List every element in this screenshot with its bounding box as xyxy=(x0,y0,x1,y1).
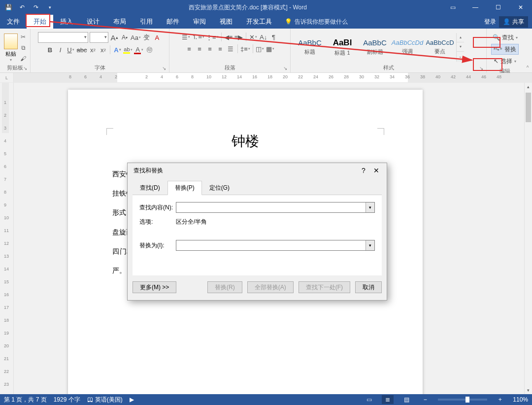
font-name-input[interactable]: ▾ xyxy=(38,32,88,43)
chevron-down-icon[interactable]: ▾ xyxy=(366,202,374,212)
zoom-in-icon[interactable]: + xyxy=(494,395,506,404)
tab-view[interactable]: 视图 xyxy=(213,15,239,29)
align-center-button[interactable]: ≡ xyxy=(195,44,204,54)
web-layout-icon[interactable]: ▤ xyxy=(400,395,412,404)
horizontal-ruler[interactable]: 8642246810121416182022242628303234363840… xyxy=(14,73,532,82)
status-word-count[interactable]: 1929 个字 xyxy=(54,396,80,404)
save-icon[interactable]: 💾 xyxy=(4,3,13,12)
align-left-button[interactable]: ≡ xyxy=(185,44,194,54)
borders-button[interactable]: ▦▾ xyxy=(266,44,275,54)
asian-layout-button[interactable]: ✕▾ xyxy=(249,32,258,42)
justify-button[interactable]: ≡ xyxy=(216,44,225,54)
macro-record-icon[interactable]: ▶ xyxy=(130,396,134,403)
line-spacing-button[interactable]: ‡≡▾ xyxy=(240,44,250,54)
shading-button[interactable]: ◫▾ xyxy=(256,44,265,54)
show-marks-button[interactable]: ¶ xyxy=(269,32,278,42)
status-page[interactable]: 第 1 页，共 7 页 xyxy=(4,396,47,404)
replace-all-button[interactable]: 全部替换(A) xyxy=(247,281,294,293)
sign-in-button[interactable]: 登录 xyxy=(484,18,496,26)
vertical-scrollbar[interactable]: ▴ ▾ xyxy=(524,83,532,394)
font-color-button[interactable]: A▾ xyxy=(134,45,143,55)
font-size-input[interactable]: ▾ xyxy=(90,32,108,43)
chevron-down-icon[interactable]: ▾ xyxy=(366,240,374,250)
paste-button[interactable]: 粘贴 ▾ xyxy=(3,32,18,62)
subscript-button[interactable]: x2 xyxy=(88,45,97,55)
dialog-launcher-icon[interactable]: ↘ xyxy=(162,66,166,71)
find-what-input[interactable]: ▾ xyxy=(176,202,375,213)
tab-layout[interactable]: 布局 xyxy=(106,15,133,29)
phonetic-guide-button[interactable]: 变 xyxy=(142,33,151,42)
style-heading1[interactable]: AaBl标题 1 xyxy=(326,33,359,62)
tab-insert[interactable]: 插入 xyxy=(53,15,80,29)
vertical-ruler[interactable]: 123456789101112131415161718192021222324 xyxy=(0,83,14,394)
status-language[interactable]: 🕮英语(美国) xyxy=(87,396,123,404)
tell-me-input[interactable]: 💡 告诉我你想要做什么 xyxy=(279,15,348,29)
document-heading[interactable]: 钟楼 xyxy=(112,132,378,151)
scroll-up-icon[interactable]: ▴ xyxy=(525,83,532,91)
minimize-icon[interactable]: — xyxy=(464,0,487,15)
italic-button[interactable]: I xyxy=(56,45,65,55)
ribbon-display-icon[interactable]: ▭ xyxy=(441,0,464,15)
style-emphasis[interactable]: AaBbCcDd强调 xyxy=(391,33,424,62)
replace-with-input[interactable]: ▾ xyxy=(176,240,375,251)
tab-design[interactable]: 设计 xyxy=(80,15,106,29)
superscript-button[interactable]: x2 xyxy=(99,45,107,55)
select-button[interactable]: ↖选择▾ xyxy=(492,56,518,67)
read-mode-icon[interactable]: ▭ xyxy=(363,395,375,404)
align-right-button[interactable]: ≡ xyxy=(205,44,214,54)
multilevel-button[interactable]: ⋮≡▾ xyxy=(206,32,219,42)
dialog-launcher-icon[interactable]: ↘ xyxy=(23,66,27,71)
collapse-ribbon-icon[interactable]: ^ xyxy=(523,29,532,72)
dialog-launcher-icon[interactable]: ↘ xyxy=(283,66,287,71)
shrink-font-button[interactable]: A▾ xyxy=(120,33,129,42)
more-button[interactable]: 更多(M) >> xyxy=(133,281,176,293)
tab-goto[interactable]: 定位(G) xyxy=(202,181,237,195)
change-case-button[interactable]: Aa▾ xyxy=(131,33,141,42)
style-title[interactable]: AaBbC标题 xyxy=(294,33,326,62)
find-next-button[interactable]: 查找下一处(F) xyxy=(299,281,350,293)
print-layout-icon[interactable]: ≣ xyxy=(382,395,394,404)
replace-button[interactable]: ᵃ⤷ᵇ替换 xyxy=(491,44,519,55)
replace-one-button[interactable]: 替换(R) xyxy=(207,281,242,293)
scroll-down-icon[interactable]: ▾ xyxy=(525,386,532,394)
strike-button[interactable]: abc xyxy=(77,45,87,55)
tab-mailings[interactable]: 邮件 xyxy=(160,15,186,29)
underline-button[interactable]: U▾ xyxy=(66,45,75,55)
help-icon[interactable]: ? xyxy=(357,167,370,174)
find-button[interactable]: 🔍查找▾ xyxy=(491,32,520,43)
tab-file[interactable]: 文件 xyxy=(0,15,27,29)
share-button[interactable]: 👤 共享 xyxy=(499,16,528,28)
highlight-button[interactable]: ab▾ xyxy=(123,45,133,55)
tab-review[interactable]: 审阅 xyxy=(186,15,213,29)
zoom-out-icon[interactable]: − xyxy=(419,395,431,404)
zoom-level[interactable]: 110% xyxy=(513,396,528,403)
redo-icon[interactable]: ↷ xyxy=(32,3,40,12)
cancel-button[interactable]: 取消 xyxy=(355,281,382,293)
sort-button[interactable]: A↓ xyxy=(259,32,268,42)
increase-indent-button[interactable]: ≡▶ xyxy=(234,32,243,42)
maximize-icon[interactable]: ☐ xyxy=(487,0,509,15)
clear-format-button[interactable]: A xyxy=(153,33,162,42)
text-effects-button[interactable]: A▾ xyxy=(113,45,122,55)
zoom-slider[interactable] xyxy=(438,399,487,401)
undo-icon[interactable]: ↶ xyxy=(18,3,27,12)
close-icon[interactable]: ✕ xyxy=(370,167,383,174)
distribute-button[interactable]: ☰ xyxy=(226,44,235,54)
bold-button[interactable]: B xyxy=(46,45,55,55)
styles-scroller[interactable]: ▴▾⌄ xyxy=(456,33,464,62)
scrollbar-thumb[interactable] xyxy=(526,93,531,122)
grow-font-button[interactable]: A▴ xyxy=(110,33,119,42)
format-painter-icon[interactable]: 🖌 xyxy=(19,55,27,63)
dialog-launcher-icon[interactable]: ↘ xyxy=(479,66,483,71)
tab-references[interactable]: 引用 xyxy=(133,15,160,29)
qat-more-icon[interactable]: ▾ xyxy=(45,3,54,12)
tab-developer[interactable]: 开发工具 xyxy=(239,15,279,29)
tab-home[interactable]: 开始 xyxy=(27,15,53,29)
cut-icon[interactable]: ✂ xyxy=(19,33,27,41)
numbering-button[interactable]: ⒈≡▾ xyxy=(192,32,204,42)
decrease-indent-button[interactable]: ◀≡ xyxy=(224,32,233,42)
style-points[interactable]: AaBbCcD要点 xyxy=(424,33,456,62)
bullets-button[interactable]: ☰▾ xyxy=(181,32,190,42)
enclose-char-button[interactable]: ㊞ xyxy=(145,45,154,55)
close-icon[interactable]: ✕ xyxy=(509,0,532,15)
